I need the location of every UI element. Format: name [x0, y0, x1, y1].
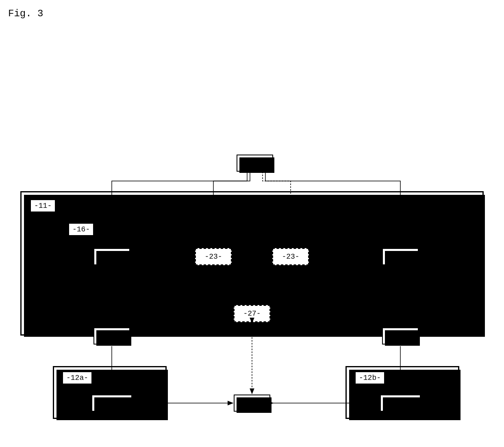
box-27: -27- [234, 305, 270, 322]
box-26b: -26b- [380, 395, 421, 412]
box-23-left: -23- [195, 248, 232, 265]
box-24-right: -24- [382, 327, 419, 345]
box-26: -26- [234, 395, 270, 412]
box-26a: -26a- [91, 395, 132, 412]
ellipsis: ... [246, 251, 261, 261]
label-16: -16- [69, 224, 93, 235]
label-12b: -12b- [356, 372, 384, 384]
block-diagram: -20- -11- -16- -21- -23- ... -23- -22- -… [0, 0, 504, 447]
box-24-left: -24- [93, 327, 130, 345]
box-21: -21- [93, 248, 130, 265]
box-22: -22- [382, 248, 419, 265]
label-12a: -12a- [63, 372, 91, 384]
box-23-right: -23- [272, 248, 309, 265]
label-11: -11- [31, 200, 55, 212]
box-20: -20- [237, 155, 273, 172]
